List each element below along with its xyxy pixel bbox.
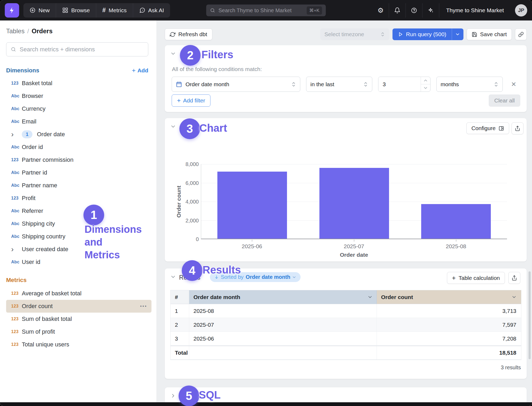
metric-item[interactable]: 123 Total unique users — [6, 338, 151, 351]
user-avatar[interactable]: JP — [515, 4, 527, 16]
run-query-dropdown[interactable] — [452, 28, 463, 40]
column-header-metric[interactable]: Order count — [377, 290, 521, 304]
dimension-item[interactable]: › 1 Order date — [6, 128, 151, 141]
field-type-icon: 123 — [11, 81, 22, 86]
results-collapse-toggle[interactable] — [171, 274, 176, 279]
field-type-icon: 123 — [11, 342, 22, 347]
metrics-button[interactable]: # Metrics — [96, 3, 133, 18]
workspace-menu[interactable]: Thyme to Shine Market — [439, 3, 511, 18]
table-row[interactable]: 1 2025-08 3,713 — [171, 304, 521, 318]
refresh-label: Refresh dbt — [178, 31, 207, 38]
metric-item[interactable]: 123 Sum of profit — [6, 325, 151, 338]
results-export-button[interactable] — [508, 272, 520, 284]
run-query-label: Run query (500) — [406, 31, 446, 38]
new-label: New — [39, 7, 50, 14]
app-logo[interactable] — [5, 3, 19, 18]
remove-filter-button[interactable]: ✕ — [509, 77, 519, 92]
sql-collapse-toggle[interactable] — [171, 393, 176, 398]
save-chart-button[interactable]: Save chart — [467, 28, 512, 40]
table-row[interactable]: 3 2025-06 7,208 — [171, 332, 521, 346]
global-search[interactable]: ⌘+K — [206, 5, 326, 16]
refresh-dbt-button[interactable]: Refresh dbt — [165, 28, 212, 40]
configure-button[interactable]: Configure — [466, 122, 509, 134]
fields-search[interactable] — [6, 42, 148, 56]
dimension-item[interactable]: Abc Partner id — [6, 166, 151, 179]
fields-search-input[interactable] — [20, 46, 144, 53]
field-label: Email — [22, 118, 36, 125]
filter-unit-select[interactable]: months — [436, 77, 503, 92]
share-icon — [515, 126, 520, 131]
ai-assistant-button[interactable] — [422, 3, 439, 18]
ask-ai-label: Ask AI — [148, 7, 164, 14]
run-query-button[interactable]: Run query (500) — [392, 28, 463, 40]
field-label: Referrer — [22, 208, 43, 214]
chevron-down-icon[interactable] — [368, 295, 372, 299]
column-header-dimension[interactable]: Order date month — [189, 290, 377, 304]
save-chart-label: Save chart — [480, 31, 507, 38]
dimension-item[interactable]: › User created date — [6, 243, 151, 256]
bar[interactable] — [319, 168, 389, 239]
bar[interactable] — [421, 204, 491, 239]
global-search-input[interactable] — [218, 7, 303, 14]
clear-all-button[interactable]: Clear all — [489, 94, 520, 107]
sorted-by-pill[interactable]: Sorted by Order date month — [210, 272, 301, 282]
query-toolbar: Refresh dbt Select timezone Run query (5… — [165, 28, 527, 40]
metric-item[interactable]: 123 Sum of basket total — [6, 313, 151, 325]
dimension-item[interactable]: 123 Basket total — [6, 77, 151, 90]
bar[interactable] — [217, 172, 287, 239]
timezone-select[interactable]: Select timezone — [320, 28, 389, 40]
dimension-item[interactable]: Abc Shipping country — [6, 230, 151, 243]
dimension-item[interactable]: Abc Order id — [6, 141, 151, 154]
filter-value-input-group — [378, 77, 430, 92]
column-header-label: Order count — [381, 294, 413, 300]
ask-ai-button[interactable]: Ask AI — [133, 3, 170, 18]
breadcrumb-root[interactable]: Tables — [6, 27, 24, 35]
notifications-button[interactable] — [389, 3, 406, 18]
filters-collapse-toggle[interactable] — [171, 51, 176, 56]
metric-item[interactable]: 123 Average of basket total — [6, 287, 151, 300]
bar-slot — [303, 164, 405, 239]
new-button[interactable]: New — [23, 3, 56, 18]
refresh-icon — [170, 32, 175, 37]
dimension-item[interactable]: Abc Email — [6, 115, 151, 128]
chart-collapse-toggle[interactable] — [171, 124, 176, 129]
dimension-item[interactable]: Abc Referrer — [6, 205, 151, 217]
spinner-down-button[interactable] — [421, 84, 430, 92]
column-header-index[interactable]: # — [171, 290, 189, 304]
scrollbar-thumb[interactable] — [529, 271, 531, 359]
chevron-down-icon[interactable] — [512, 295, 516, 299]
metrics-header: Metrics — [6, 277, 148, 284]
navbar-icon-row: ⚙ Thyme to Shine Market — [373, 3, 511, 18]
dimension-item[interactable]: Abc User id — [6, 256, 151, 268]
table-body: 1 2025-08 3,713 2 2025-07 7,597 3 2025-0… — [171, 304, 521, 346]
y-tick-label: 4,000 — [185, 198, 199, 205]
chevron-down-icon — [424, 87, 427, 89]
browse-label: Browse — [71, 7, 90, 14]
run-query-main[interactable]: Run query (500) — [392, 28, 452, 40]
add-dimension-button[interactable]: +Add — [132, 67, 148, 74]
chevron-down-icon — [292, 275, 296, 279]
filter-value-input[interactable] — [378, 77, 421, 92]
metric-item[interactable]: 123 Order count ••• — [6, 300, 151, 313]
settings-button[interactable]: ⚙ — [373, 3, 389, 18]
table-calculation-button[interactable]: + Table calculation — [447, 272, 505, 284]
chart-export-button[interactable] — [512, 122, 523, 134]
breadcrumb: Tables/Orders — [6, 27, 53, 35]
share-link-button[interactable] — [515, 28, 527, 40]
dimension-item[interactable]: 123 Partner commission — [6, 154, 151, 166]
help-button[interactable] — [406, 3, 422, 18]
dimension-item[interactable]: Abc Shipping city — [6, 217, 151, 230]
spinner-up-button[interactable] — [421, 77, 430, 84]
dimension-item[interactable]: Abc Partner name — [6, 179, 151, 192]
play-icon — [398, 32, 403, 37]
add-filter-button[interactable]: + Add filter — [172, 94, 210, 107]
breadcrumb-current: Orders — [32, 27, 53, 35]
dimension-item[interactable]: Abc Currency — [6, 102, 151, 115]
dimension-item[interactable]: Abc Browser — [6, 90, 151, 102]
item-menu-icon[interactable]: ••• — [140, 304, 151, 309]
browse-button[interactable]: Browse — [56, 3, 96, 18]
table-row[interactable]: 2 2025-07 7,597 — [171, 318, 521, 332]
dimension-item[interactable]: 123 Profit — [6, 192, 151, 205]
filter-field-select[interactable]: Order date month — [172, 77, 300, 92]
filter-operator-select[interactable]: in the last — [306, 77, 372, 92]
